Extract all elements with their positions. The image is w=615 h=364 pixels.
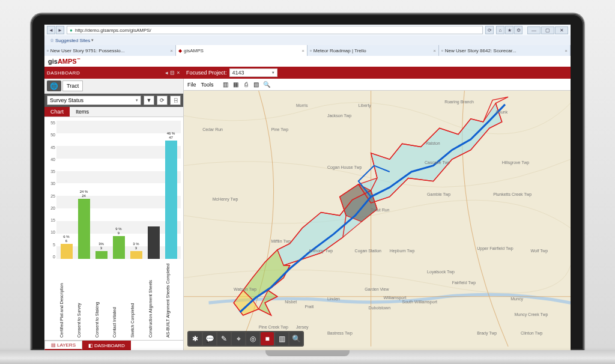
menu-file[interactable]: File (187, 82, 196, 88)
close-icon[interactable]: × (175, 70, 181, 76)
map-place-label: Muncy Creek Twp (515, 312, 548, 317)
nav-back-button[interactable]: ◄ (47, 26, 55, 34)
layers-toggle-icon[interactable]: ▦ (231, 80, 241, 89)
bar-value-label: 3 % 3 (133, 242, 139, 250)
map-place-label: Roaring Branch (444, 100, 474, 104)
star-icon: ☆ (50, 38, 54, 43)
tract-label: Tract (67, 83, 79, 89)
map-tool-select-icon[interactable]: ■ (261, 332, 274, 345)
y-tick: 15 (47, 218, 55, 222)
map-tool-layers-icon[interactable]: ▥ (275, 332, 288, 345)
footer-tab-layers[interactable]: ▤ LAYERS (44, 341, 82, 350)
nav-forward-button[interactable]: ► (56, 26, 64, 34)
bar-value-label: 3% 3 (98, 242, 104, 250)
tab-items[interactable]: Items (70, 107, 95, 117)
map-place-label: Trout Run (371, 208, 390, 212)
map-tool-zoom-icon[interactable]: 🔍 (289, 332, 303, 345)
window-close-button[interactable]: ✕ (555, 26, 568, 34)
map-place-label: Cogan Station (355, 249, 381, 253)
footer-tab-dashboard[interactable]: ◧ DASHBOARD (82, 341, 131, 350)
y-tick: 50 (47, 133, 55, 137)
search-icon[interactable]: 🔍 (262, 80, 271, 89)
scope-globe-button[interactable]: 🌐 (47, 80, 61, 91)
close-icon[interactable]: × (170, 48, 173, 53)
suggested-sites-link[interactable]: ☆ Suggested Sites ▾ (47, 37, 97, 44)
map-tool-comment-icon[interactable]: 💬 (203, 332, 216, 345)
browser-tab[interactable]: ▫ New User Story 8642: Scorecar... × (439, 45, 571, 56)
export-button[interactable]: ⍈ (170, 96, 181, 105)
browser-tab[interactable]: ▫ New User Story 9751: Possessio... × (44, 45, 176, 56)
sidebar-filter-row: Survey Status ▾ ▼ ⟳ ⍈ (44, 94, 183, 107)
browser-tab[interactable]: ◆ gisAMPS × (176, 45, 308, 56)
basemap-icon[interactable]: ▧ (252, 80, 261, 89)
refresh-button[interactable]: ⟳ (485, 26, 494, 34)
browser-tab[interactable]: ▫ Meteor Roadmap | Trello × (308, 45, 439, 56)
refresh-data-button[interactable]: ⟳ (157, 96, 168, 105)
browser-tabs: ▫ New User Story 9751: Possessio... × ◆ … (44, 45, 571, 56)
map-place-label: Anthony Twp (309, 249, 333, 253)
bar-value-label: 6 % 6 (63, 235, 69, 243)
y-tick: 0 (47, 255, 55, 259)
collapse-icon[interactable]: ◂ (163, 70, 169, 76)
map-place-label: Ralston (426, 141, 440, 145)
close-icon[interactable]: × (433, 48, 436, 53)
map-place-label: Brady Twp (477, 331, 497, 335)
favorites-button[interactable]: ★ (505, 26, 514, 34)
map-tool-locate-icon[interactable]: ⌖ (232, 332, 245, 345)
map-tool-draw-icon[interactable]: ✎ (217, 332, 231, 345)
window-minimize-button[interactable]: — (527, 26, 541, 34)
chart-bar[interactable]: 46 % 47 (165, 141, 177, 259)
brand-logo: gisAMPS™ (48, 58, 80, 65)
browser-chrome: ◄ ► ● http://demo.gisamps.com/gisAMPS/ ⟳… (44, 25, 571, 56)
url-bar[interactable]: ● http://demo.gisamps.com/gisAMPS/ (67, 26, 483, 34)
globe-icon: 🌐 (50, 82, 58, 90)
map-canvas[interactable]: MorrisLibertyRoaring BranchShunkJackson … (184, 91, 571, 350)
tab-label: New User Story 8642: Scorecar... (445, 48, 517, 53)
bar-value-label: 9 % 9 (115, 227, 121, 235)
pin-icon[interactable]: ⊟ (169, 70, 175, 76)
tools-button[interactable]: ⚙ (514, 26, 523, 34)
map-tool-network-icon[interactable]: ✱ (189, 332, 202, 345)
tab-chart[interactable]: Chart (44, 107, 70, 117)
dashboard-icon: ◧ (88, 343, 93, 348)
y-tick: 10 (47, 230, 55, 234)
map-place-label: Morris (296, 103, 308, 108)
url-globe-icon: ● (70, 28, 73, 33)
x-category-label: AS-BUILT Alignment Sheets Completed (166, 253, 178, 338)
bookmark-icon[interactable]: ▥ (221, 80, 231, 89)
map-place-label: Clinton Twp (521, 331, 542, 335)
print-icon[interactable]: ⎙ (241, 80, 251, 89)
brand-tm: ™ (77, 58, 80, 61)
tab-label: New User Story 9751: Possessio... (50, 48, 125, 53)
close-icon[interactable]: × (301, 48, 304, 53)
map-place-label: Hepburn Twp (390, 249, 415, 253)
x-category-label: Certified Plat and Description (59, 253, 71, 338)
x-category-label: Consent to Survey (77, 253, 89, 338)
bar-rect (165, 141, 177, 259)
favorites-bar: ☆ Suggested Sites ▾ (44, 35, 571, 45)
y-tick: 35 (47, 169, 55, 174)
chart-area: 5550454035302520151050 6 % 624 % 243% 39… (44, 117, 183, 261)
survey-status-label: Survey Status (50, 97, 83, 103)
filter-button[interactable]: ▼ (144, 96, 154, 105)
map-place-label: Shunk (495, 110, 507, 114)
chart-bar[interactable]: 24 % 24 (78, 199, 90, 259)
x-category-label: Consent to Staking (95, 253, 107, 338)
close-icon[interactable]: × (565, 48, 568, 53)
tab-label: gisAMPS (184, 48, 204, 53)
map-place-label: Gamble Twp (427, 192, 450, 196)
map-place-label: Muncy (510, 297, 523, 301)
survey-status-select[interactable]: Survey Status ▾ (47, 96, 141, 105)
menu-tools[interactable]: Tools (201, 82, 214, 88)
brand-part2: AMPS (58, 58, 77, 65)
app: gisAMPS™ DASHBOARD ◂ ⊟ × Focused Project… (44, 56, 571, 350)
map-tool-target-icon[interactable]: ◎ (246, 332, 259, 345)
chart-y-axis: 5550454035302520151050 (47, 121, 56, 259)
bar-value-label: 24 % 24 (80, 190, 88, 198)
tract-chip[interactable]: Tract (62, 80, 83, 91)
home-button[interactable]: ⌂ (496, 26, 504, 34)
app-header: gisAMPS™ (44, 56, 571, 67)
map-dock: ✱ 💬 ✎ ⌖ ◎ ■ ▥ 🔍 (187, 331, 304, 347)
window-maximize-button[interactable]: ▢ (541, 26, 554, 34)
focused-project-select[interactable]: 4143 ▾ (229, 68, 277, 77)
